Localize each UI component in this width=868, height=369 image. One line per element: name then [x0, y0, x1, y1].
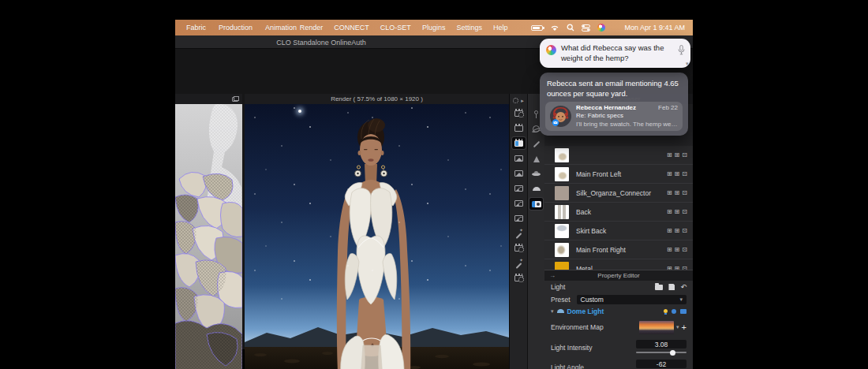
object-row-main-front-left[interactable]: Main Front Left ⊞⊞⊡ — [544, 165, 693, 184]
spotlight-button[interactable] — [529, 153, 543, 165]
siri-icon[interactable] — [597, 24, 605, 32]
collapse-chevron-icon[interactable]: ▸ — [521, 98, 524, 103]
video-record-button[interactable] — [512, 122, 526, 134]
add-box-icon[interactable]: ⊞ — [667, 170, 672, 177]
camera-view-button-active[interactable] — [529, 198, 543, 210]
pin-icon — [534, 110, 538, 114]
expand-caret-icon[interactable]: ▾ — [551, 308, 554, 315]
menu-fabric[interactable]: Fabric — [186, 24, 206, 32]
grid-box-icon[interactable]: ⊞ — [675, 170, 680, 177]
light-intensity-slider[interactable] — [636, 352, 687, 353]
gear-snapshot-icon — [514, 215, 523, 222]
render-output-settings-button[interactable] — [512, 212, 526, 224]
link-box-icon[interactable]: ⊡ — [682, 189, 687, 196]
object-row-skirt-back[interactable]: Skirt Back ⊞⊞⊡ — [544, 222, 693, 240]
menu-help[interactable]: Help — [493, 24, 508, 32]
dock-arrow-icon[interactable]: → — [549, 272, 556, 279]
menu-animation[interactable]: Animation — [265, 24, 297, 32]
object-row-back[interactable]: Back ⊞⊞⊡ — [544, 203, 693, 222]
render-view[interactable] — [245, 104, 509, 369]
pen-tool-button[interactable] — [529, 138, 543, 150]
control-center-icon[interactable] — [582, 24, 590, 32]
object-row-main-front-right[interactable]: Main Front Right ⊞⊞⊡ — [544, 240, 693, 259]
add-box-icon[interactable]: ⊞ — [667, 208, 672, 215]
menu-settings[interactable]: Settings — [456, 24, 482, 32]
sphere-icon[interactable] — [672, 309, 676, 314]
microphone-icon[interactable] — [678, 45, 685, 55]
auto-enhance-button[interactable] — [512, 257, 526, 269]
grid-box-icon[interactable]: ⊞ — [675, 227, 680, 234]
save-preset-icon[interactable] — [668, 284, 675, 290]
orbit-icon — [533, 125, 540, 132]
object-row-metal[interactable]: Metal ⊞⊞⊡ — [544, 259, 693, 270]
link-box-icon[interactable]: ⊡ — [682, 227, 687, 234]
clo-app-window: Fabric Production Animation Render CONNE… — [175, 20, 693, 349]
search-icon[interactable] — [567, 24, 574, 32]
dome-light-button[interactable] — [529, 183, 543, 195]
float-window-icon[interactable] — [232, 97, 238, 102]
dome-light-row[interactable]: ▾ Dome Light — [544, 305, 693, 317]
add-box-icon[interactable]: ⊞ — [667, 189, 672, 196]
light-intensity-value[interactable]: 3.08 — [636, 340, 687, 348]
avatar — [550, 106, 571, 127]
environment-map-thumbnail[interactable] — [639, 321, 674, 334]
image-render-icon — [514, 140, 523, 147]
reset-undo-icon[interactable]: ↶ — [680, 284, 687, 291]
link-box-icon[interactable]: ⊡ — [682, 246, 687, 253]
email-result-card[interactable]: Rebecca Hernandez Feb 22 Re: Fabric spec… — [545, 102, 683, 131]
preset-dropdown[interactable]: Custom ▾ — [577, 295, 687, 304]
object-thumbnail — [555, 186, 569, 200]
snapshot-button[interactable] — [512, 167, 526, 179]
menu-render[interactable]: Render — [300, 24, 324, 32]
image-render-button-active[interactable] — [512, 137, 526, 149]
preset-value: Custom — [581, 296, 604, 304]
object-row-silk-organza-connector[interactable]: Silk_Organza_Connector ⊞⊞⊡ — [544, 184, 693, 203]
object-label: Back — [576, 208, 667, 216]
add-box-icon[interactable]: ⊞ — [667, 246, 672, 253]
light-bulb-icon[interactable] — [664, 309, 668, 313]
garment-3d-view[interactable] — [175, 104, 242, 369]
video-settings-button[interactable] — [512, 107, 526, 119]
menu-connect[interactable]: CONNECT — [334, 24, 369, 32]
menu-bar-clock[interactable]: Mon Apr 1 9:41 AM — [624, 24, 685, 32]
link-box-icon[interactable]: ⊡ — [682, 151, 687, 158]
chevron-down-icon[interactable]: ▾ — [676, 324, 679, 330]
object-row-icons: ⊞⊞⊡ — [667, 151, 687, 158]
dome-light-icon — [533, 187, 541, 191]
link-box-icon[interactable]: ⊡ — [682, 170, 687, 177]
add-box-icon[interactable]: ⊞ — [667, 151, 672, 158]
email-preview-body: Rebecca Hernandez Feb 22 Re: Fabric spec… — [576, 104, 678, 129]
resize-caret-icon[interactable]: ▾ — [686, 61, 689, 67]
object-row-partial[interactable]: ⊞⊞⊡ — [544, 146, 693, 165]
light-angle-row: Light Angle -62 — [544, 357, 693, 369]
video-settings-icon — [514, 110, 523, 117]
light-angle-value[interactable]: -62 — [636, 360, 687, 368]
image-capture-button[interactable] — [512, 152, 526, 164]
gear-image-icon — [514, 200, 523, 207]
menu-production[interactable]: Production — [219, 24, 253, 32]
assistant-query-bubble[interactable]: What did Rebecca say was the weight of t… — [540, 39, 690, 68]
render-schedule-button[interactable] — [512, 272, 526, 284]
render-quality-button[interactable] — [512, 227, 526, 239]
menu-plugins[interactable]: Plugins — [422, 24, 446, 32]
grid-box-icon[interactable]: ⊞ — [675, 246, 680, 253]
slider-thumb[interactable] — [670, 350, 675, 356]
menu-right-group: Render CONNECT CLO-SET Plugins Settings … — [300, 24, 693, 32]
area-light-button[interactable] — [529, 168, 543, 180]
light-intensity-label: Light Intensity — [551, 344, 592, 352]
render-video-settings-button[interactable] — [512, 242, 526, 254]
link-box-icon[interactable]: ⊡ — [682, 208, 687, 215]
image-sequence-button[interactable] — [512, 182, 526, 194]
add-environment-map-icon[interactable]: + — [682, 323, 687, 332]
grid-box-icon[interactable]: ⊞ — [675, 208, 680, 215]
battery-icon[interactable] — [531, 25, 543, 31]
add-box-icon[interactable]: ⊞ — [667, 227, 672, 234]
render-image-settings-button[interactable] — [512, 197, 526, 209]
menu-clo-set[interactable]: CLO-SET — [380, 24, 411, 32]
screen-icon[interactable] — [680, 309, 687, 314]
grid-box-icon[interactable]: ⊞ — [675, 189, 680, 196]
render-settings-gear-icon[interactable] — [513, 98, 518, 103]
grid-box-icon[interactable]: ⊞ — [675, 151, 680, 158]
open-preset-folder-icon[interactable] — [655, 285, 663, 290]
wifi-icon[interactable] — [550, 24, 559, 32]
